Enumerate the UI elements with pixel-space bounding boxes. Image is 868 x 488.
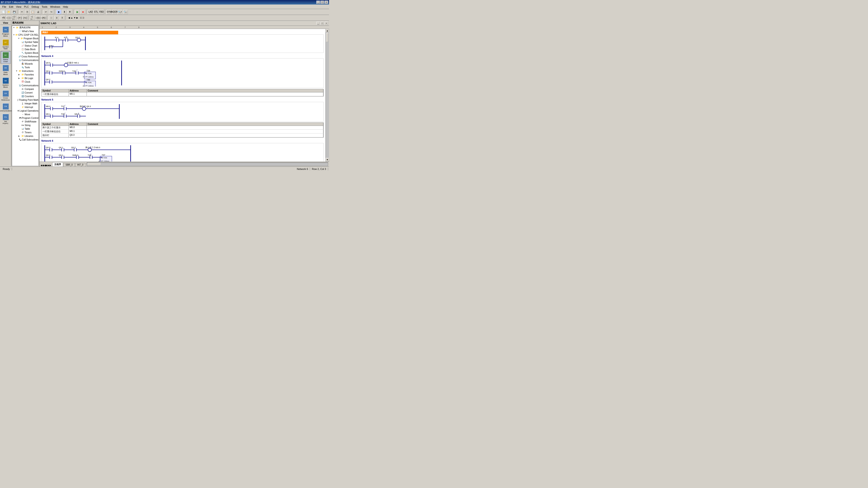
vertical-scrollbar[interactable]: ▲ ▼ <box>326 29 329 162</box>
sidebar-item-data-block[interactable]: DB Data Block <box>1 64 11 76</box>
lad-maximize-btn[interactable]: □ <box>320 22 324 25</box>
lad-close-btn[interactable]: × <box>324 22 328 25</box>
tree-program-block[interactable]: ▼ 📁 Program Block <box>12 37 38 40</box>
tree-clock[interactable]: ⏰ Clock <box>12 80 38 84</box>
tree-shift-rotate[interactable]: ↺ Shift/Rotate <box>12 120 38 123</box>
branch-btn[interactable]: ⊻ <box>54 15 59 20</box>
scroll-down-btn[interactable]: ▼ <box>326 158 329 162</box>
tree-comm-inst[interactable]: 📡 Communications <box>12 84 38 87</box>
sidebar-item-setpg[interactable]: PG Set PG/PC <box>1 113 11 126</box>
contact-nc-btn[interactable]: ─┤/├─ <box>12 15 17 20</box>
tree-counters[interactable]: 🔢 Counters <box>12 94 38 98</box>
pos-edge-btn[interactable]: ┤P├ <box>17 15 22 20</box>
save-btn[interactable]: 💾 <box>12 10 17 14</box>
expand-pb[interactable]: ▼ <box>18 37 20 39</box>
zoom-out-btn[interactable]: 🔍- <box>123 10 128 14</box>
close-button[interactable]: × <box>324 1 328 4</box>
h-scroll-thumb[interactable] <box>88 163 101 166</box>
set-btn[interactable]: ─(S)─ <box>36 15 41 20</box>
tree-interrupt[interactable]: ⚡ Interrupt <box>12 105 38 109</box>
minimize-button[interactable]: _ <box>316 1 320 4</box>
menu-debug[interactable]: Debug <box>30 5 40 8</box>
upload-btn[interactable]: ⬆ <box>67 10 72 14</box>
tab-sbr0[interactable]: SBR_0 <box>63 163 75 166</box>
tree-data-block[interactable]: 📋 Data Block <box>12 47 38 51</box>
tree-move[interactable]: → Move <box>12 112 38 116</box>
undo-btn[interactable]: ↩ <box>43 10 49 14</box>
stop-btn[interactable]: ■ <box>81 10 86 14</box>
maximize-button[interactable]: □ <box>320 1 324 4</box>
menu-edit[interactable]: Edit <box>8 5 15 8</box>
open-btn[interactable]: 📁 <box>6 10 11 14</box>
sidebar-item-communications[interactable]: CM Communications <box>1 102 11 113</box>
addr-btn[interactable]: ADDR <box>112 10 117 14</box>
sidebar-item-cross-reference[interactable]: CR Cross Reference <box>1 90 11 102</box>
sidebar-item-symbol-table[interactable]: ST Symbol Table <box>1 38 11 51</box>
redo-btn[interactable]: ↪ <box>49 10 54 14</box>
menu-file[interactable]: File <box>1 5 8 8</box>
tree-panel[interactable]: ▼ 📁 通风机控制 📄 What's New ▼ 📁 CPU 224/P CN <box>12 26 39 166</box>
print-btn[interactable]: 🖨 <box>36 10 41 14</box>
tree-timers[interactable]: ⏱ Timers <box>12 131 38 134</box>
tree-tools[interactable]: 🔩 Tools <box>12 66 38 69</box>
tree-comms[interactable]: 📡 Communications <box>12 58 38 62</box>
cut-btn[interactable]: ✂ <box>20 10 24 14</box>
contact-no-btn[interactable]: ─┤├─ <box>6 15 11 20</box>
tree-expand-root[interactable]: ▼ <box>13 26 15 29</box>
paste-btn[interactable]: 📋 <box>30 10 35 14</box>
compile-btn[interactable]: ▶ <box>57 10 61 14</box>
expand-fav[interactable]: ▶ <box>18 73 21 76</box>
horizontal-scrollbar[interactable] <box>87 162 328 166</box>
tab-int0[interactable]: INT_0 <box>75 163 86 166</box>
sidebar-item-status-chart[interactable]: SC Status Chart <box>1 51 11 64</box>
tree-float-math[interactable]: ∫ Floating Point Math <box>12 98 38 102</box>
net-add-btn[interactable]: +N <box>1 15 6 20</box>
reset-btn[interactable]: ─(R)─ <box>41 15 46 20</box>
menu-tools[interactable]: Tools <box>40 5 49 8</box>
zoom-in-btn[interactable]: 🔍+ <box>118 10 122 14</box>
tab-next-one-btn[interactable]: ▶ <box>46 164 48 166</box>
tree-integer-math[interactable]: ∑ Integer Math <box>12 102 38 105</box>
coil-btn[interactable]: ─( )─ <box>30 15 35 20</box>
menu-windows[interactable]: Windows <box>49 5 62 8</box>
stl-btn[interactable]: STL <box>94 10 98 14</box>
tab-prev-btn[interactable]: ◀◀ <box>40 164 44 166</box>
menu-view[interactable]: View <box>15 5 23 8</box>
tree-string[interactable]: Aa String <box>12 123 38 127</box>
new-btn[interactable]: 📄 <box>1 10 6 14</box>
tree-libraries[interactable]: ▶ 📁 Libraries <box>12 134 38 138</box>
tree-cross-ref[interactable]: 🔗 Cross Reference <box>12 55 38 58</box>
menu-plc[interactable]: PLC <box>23 5 30 8</box>
tree-convert[interactable]: 🔄 Convert <box>12 91 38 94</box>
run-btn[interactable]: ▶ <box>75 10 80 14</box>
neg-edge-btn[interactable]: ┤N├ <box>23 15 28 20</box>
lad-main-area[interactable]: 网络3 I0.4 <box>39 29 326 162</box>
tree-instructions[interactable]: ▼ 📁 Instructions <box>12 69 38 73</box>
tree-root[interactable]: ▼ 📁 通风机控制 <box>12 26 38 29</box>
tree-bit-logic[interactable]: ▶ 📁 Bit Logic <box>12 76 38 80</box>
box-btn[interactable]: □ <box>49 15 54 20</box>
tree-status-chart[interactable]: 📈 Status Chart <box>12 44 38 47</box>
tree-whats-new[interactable]: 📄 What's New <box>12 29 38 33</box>
expand-bl[interactable]: ▶ <box>18 77 21 79</box>
tree-system-block[interactable]: 🔧 System Block <box>12 51 38 55</box>
branch-close-btn[interactable]: ⊼ <box>60 15 65 20</box>
tree-call-sub[interactable]: 📞 Call Subroutines <box>12 138 38 141</box>
sidebar-item-program-block[interactable]: PB Program Block <box>1 26 11 38</box>
menu-help[interactable]: Help <box>62 5 70 8</box>
tab-next-btn[interactable]: ▶▶ <box>48 164 51 166</box>
sidebar-item-system-block[interactable]: SB System Block <box>1 76 11 89</box>
tree-symbol-table[interactable]: 📊 Symbol Table <box>12 40 38 44</box>
tree-table[interactable]: 📊 Table <box>12 127 38 131</box>
lad-minimize-btn[interactable]: _ <box>316 22 320 25</box>
scroll-up-btn[interactable]: ▲ <box>326 29 329 33</box>
tree-favorites[interactable]: ▶ 📁 Favorites <box>12 73 38 76</box>
expand-cpu[interactable]: ▼ <box>13 34 15 36</box>
tree-cpu[interactable]: ▼ 📁 CPU 224/P CN REL 02.01 <box>12 33 38 37</box>
expand-inst[interactable]: ▼ <box>16 70 18 72</box>
tree-compare[interactable]: ⚖ Compare <box>12 87 38 91</box>
copy-btn[interactable]: ⎘ <box>25 10 30 14</box>
tree-prog-ctrl[interactable]: 🎮 Program Control <box>12 116 38 120</box>
tree-wizards[interactable]: 🧙 Wizards <box>12 62 38 66</box>
tab-main[interactable]: 主程序 <box>52 162 63 166</box>
